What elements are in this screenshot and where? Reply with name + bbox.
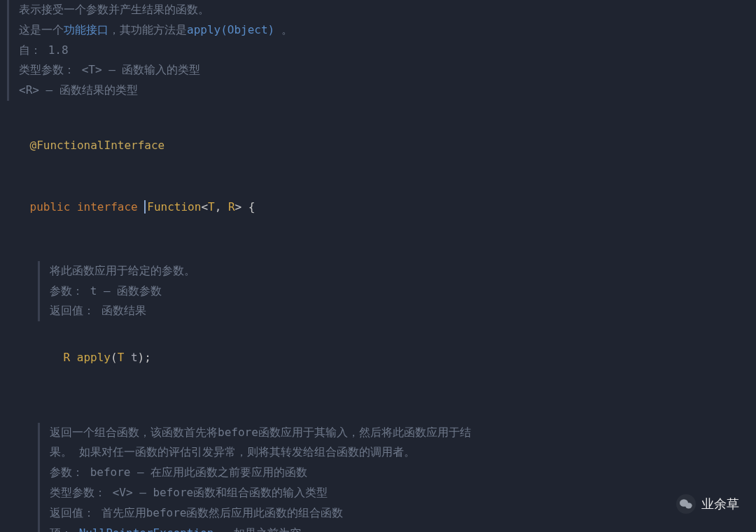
doc-typeparam-r: <R> – 函数结果的类型 (19, 80, 756, 101)
compose-doc-block: 返回一个组合函数，该函数首先将before函数应用于其输入，然后将此函数应用于结… (38, 423, 756, 532)
annotation-line: @FunctionalInterface (3, 115, 756, 176)
code-editor[interactable]: @FunctionalInterface public interface Fu… (0, 115, 756, 532)
doc-description: 表示接受一个参数并产生结果的函数。 (19, 0, 756, 20)
wechat-icon (676, 494, 696, 514)
svg-point-1 (685, 503, 692, 508)
functional-interface-link[interactable]: 功能接口 (64, 23, 108, 36)
apply-doc-block: 将此函数应用于给定的参数。 参数： t – 函数参数 返回值： 函数结果 (38, 261, 756, 321)
doc-typeparam-t: 类型参数： <T> – 函数输入的类型 (19, 60, 756, 80)
npe-link[interactable]: NullPointerException (79, 526, 214, 532)
apply-method-signature: R apply(T t); (3, 327, 756, 388)
doc-functional-note: 这是一个功能接口，其功能方法是apply(Object) 。 (19, 20, 756, 41)
apply-method-link[interactable]: apply(Object) (187, 23, 274, 36)
interface-declaration: public interface Function<T, R> { (3, 176, 756, 238)
functional-interface-annotation: @FunctionalInterface (30, 139, 165, 152)
watermark-text: 业余草 (701, 493, 739, 515)
watermark: 业余草 (676, 493, 739, 515)
interface-doc-block: 表示接受一个参数并产生结果的函数。 这是一个功能接口，其功能方法是apply(O… (7, 0, 756, 101)
doc-since: 自： 1.8 (19, 41, 756, 61)
